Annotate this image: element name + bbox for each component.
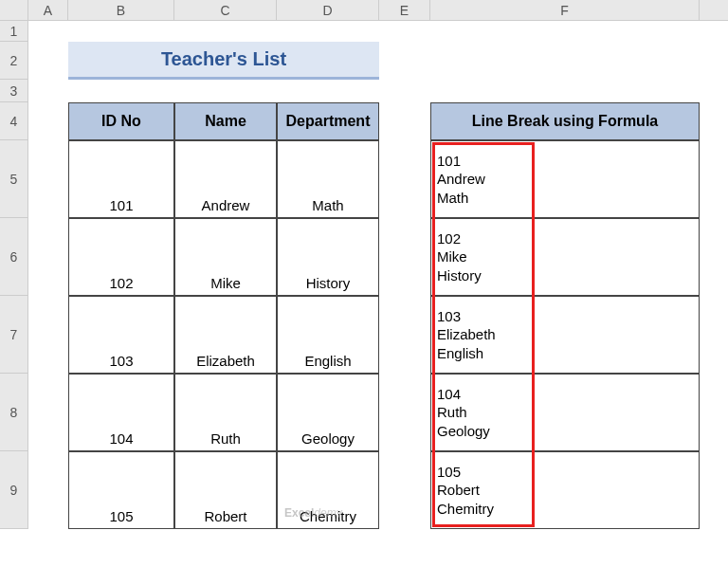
column-header-A[interactable]: A xyxy=(28,0,68,20)
row-header-4[interactable]: 4 xyxy=(0,102,28,140)
cell-id-0[interactable]: 101 xyxy=(68,140,174,218)
cell-id-2[interactable]: 103 xyxy=(68,296,174,374)
column-header-C[interactable]: C xyxy=(174,0,277,20)
row-header-1[interactable]: 1 xyxy=(0,21,28,42)
cell-formula-0[interactable]: 101 Andrew Math xyxy=(430,140,700,218)
column-header-F[interactable]: F xyxy=(430,0,700,20)
row-header-2[interactable]: 2 xyxy=(0,42,28,80)
row-headers-col: 123456789 xyxy=(0,21,28,529)
cell-name-1[interactable]: Mike xyxy=(174,218,277,296)
column-header-B[interactable]: B xyxy=(68,0,174,20)
column-header-E[interactable]: E xyxy=(379,0,430,20)
cell-formula-4[interactable]: 105 Robert Chemitry xyxy=(430,451,700,529)
cell-dept-3[interactable]: Geology xyxy=(277,374,379,451)
cell-dept-4[interactable]: Chemitry xyxy=(277,451,379,529)
cell-dept-1[interactable]: History xyxy=(277,218,379,296)
cell-formula-2[interactable]: 103 Elizabeth English xyxy=(430,296,700,374)
column-headers-row: ABCDEF xyxy=(0,0,728,21)
title-cell[interactable]: Teacher's List xyxy=(68,42,379,80)
cell-formula-1[interactable]: 102 Mike History xyxy=(430,218,700,296)
cell-id-3[interactable]: 104 xyxy=(68,374,174,451)
cell-dept-0[interactable]: Math xyxy=(277,140,379,218)
cell-id-4[interactable]: 105 xyxy=(68,451,174,529)
row-header-5[interactable]: 5 xyxy=(0,140,28,218)
row-header-6[interactable]: 6 xyxy=(0,218,28,296)
header-name[interactable]: Name xyxy=(174,102,277,140)
row-header-8[interactable]: 8 xyxy=(0,374,28,451)
cell-formula-3[interactable]: 104 Ruth Geology xyxy=(430,374,700,451)
column-header-D[interactable]: D xyxy=(277,0,379,20)
header-formula[interactable]: Line Break using Formula xyxy=(430,102,700,140)
header-dept[interactable]: Department xyxy=(277,102,379,140)
row-header-9[interactable]: 9 xyxy=(0,451,28,529)
cell-name-2[interactable]: Elizabeth xyxy=(174,296,277,374)
row-header-3[interactable]: 3 xyxy=(0,80,28,102)
cell-id-1[interactable]: 102 xyxy=(68,218,174,296)
cell-dept-2[interactable]: English xyxy=(277,296,379,374)
cell-name-0[interactable]: Andrew xyxy=(174,140,277,218)
cell-name-3[interactable]: Ruth xyxy=(174,374,277,451)
header-id[interactable]: ID No xyxy=(68,102,174,140)
row-header-7[interactable]: 7 xyxy=(0,296,28,374)
cell-name-4[interactable]: Robert xyxy=(174,451,277,529)
select-all-corner[interactable] xyxy=(0,0,28,20)
spreadsheet: ABCDEF 123456789 Teacher's ListID NoName… xyxy=(0,0,728,21)
